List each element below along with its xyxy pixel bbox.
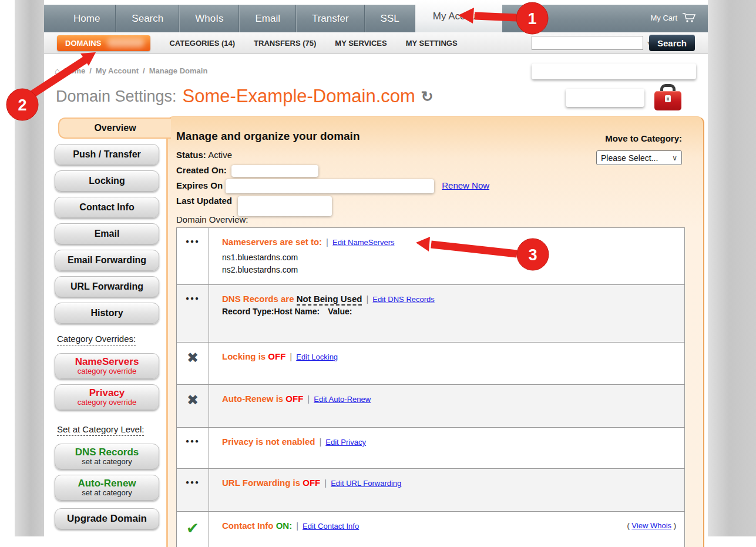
edit-dns-records-link[interactable]: Edit DNS Records	[372, 295, 434, 304]
category-select-value: Please Select...	[601, 153, 658, 163]
edit-locking-link[interactable]: Edit Locking	[296, 353, 338, 361]
refresh-icon[interactable]: ↻	[421, 88, 434, 105]
search-button[interactable]: Search	[649, 35, 695, 51]
sub-nav: DOMAINS CATEGORIES (14) TRANSFERS (75) M…	[44, 32, 708, 54]
page-title-prefix: Domain Settings:	[56, 88, 177, 106]
upgrade-domain-button[interactable]: Upgrade Domain	[55, 508, 159, 529]
domain-overview-table: ●●● Nameservers are set to:|Edit NameSer…	[176, 227, 685, 547]
nav-tab-search[interactable]: Search	[116, 5, 179, 32]
view-whois: ( View Whois )	[627, 521, 676, 530]
breadcrumb-home[interactable]: Home	[64, 66, 85, 75]
desktop-edge-left	[15, 0, 44, 536]
breadcrumb-separator: /	[89, 66, 92, 75]
overview-row-nameservers: ●●● Nameservers are set to:|Edit NameSer…	[177, 228, 684, 285]
redacted-updated-date	[238, 196, 332, 216]
x-icon: ✖	[187, 393, 199, 427]
sub-nav-items: DOMAINS CATEGORIES (14) TRANSFERS (75) M…	[57, 32, 458, 53]
subnav-domains-label: DOMAINS	[65, 39, 101, 48]
contact-info-title: Contact Info	[222, 521, 274, 531]
sidebar-item-url-forwarding[interactable]: URL Forwarding	[55, 276, 159, 297]
record-type-label: Record Type:	[222, 307, 274, 316]
subnav-item-domains[interactable]: DOMAINS	[57, 35, 150, 51]
desktop-edge-right	[708, 0, 756, 536]
sidebar: Overview Push / Transfer Locking Contact…	[55, 118, 170, 535]
edit-contact-info-link[interactable]: Edit Contact Info	[303, 522, 359, 531]
overview-row-privacy: ●●● Privacy is not enabled|Edit Privacy	[177, 428, 684, 469]
overview-row-dns-records: ●●● DNS Records are Not Being Used|Edit …	[177, 285, 684, 343]
toolbox-body	[654, 91, 681, 110]
expires-line: Expires OnRenew Now	[176, 178, 703, 193]
redacted-created-date	[231, 165, 318, 177]
set-at-category-label: Set at Category Level:	[57, 424, 144, 436]
edit-nameservers-link[interactable]: Edit NameServers	[332, 238, 394, 247]
sidebar-item-privacy-override[interactable]: Privacy category override	[55, 384, 159, 410]
subnav-item-transfers[interactable]: TRANSFERS (75)	[254, 39, 316, 48]
dots-icon: ●●●	[186, 238, 200, 284]
subnav-item-my-services[interactable]: MY SERVICES	[335, 39, 387, 48]
move-to-category-label: Move to Category:	[596, 133, 682, 143]
domain-settings-panel: Manage and organize your domain Status: …	[166, 116, 704, 547]
toolbox-pin	[667, 98, 669, 100]
sidebar-item-push-transfer[interactable]: Push / Transfer	[55, 144, 159, 165]
sidebar-item-email-forwarding[interactable]: Email Forwarding	[55, 250, 159, 271]
renew-now-link[interactable]: Renew Now	[442, 180, 489, 190]
overview-row-contact-info: ✔ Contact Info ON:|Edit Contact Info ( V…	[177, 512, 684, 547]
dns-records-title: DNS Records are	[222, 294, 294, 304]
overview-row-auto-renew: ✖ Auto-Renew is OFF|Edit Auto-Renew	[177, 385, 684, 428]
dots-icon: ●●●	[186, 479, 200, 511]
updated-label: Last Updated	[176, 196, 232, 206]
expires-label: Expires On	[176, 180, 223, 190]
url-forwarding-status: OFF	[303, 478, 320, 488]
record-labels: Record Type:Host Name:Value:	[222, 307, 684, 316]
breadcrumb-current: Manage Domain	[149, 66, 208, 75]
nav-tab-transfer[interactable]: Transfer	[296, 5, 365, 32]
nameservers-title: Nameservers are set to:	[222, 237, 322, 247]
domain-search-input[interactable]	[532, 37, 643, 49]
category-select[interactable]: Please Select... ∨	[596, 150, 682, 165]
dns-records-status: Not Being Used	[297, 294, 362, 306]
category-overrides-label: Category Overrides:	[57, 334, 136, 345]
my-cart-button[interactable]: My Cart	[651, 12, 697, 23]
redacted-box-title	[566, 89, 644, 107]
nav-tab-whois[interactable]: WhoIs	[179, 5, 239, 32]
sidebar-item-overview[interactable]: Overview	[58, 118, 171, 139]
privacy-title: Privacy is not enabled	[222, 437, 315, 447]
nav-tab-my-account[interactable]: My Account	[415, 0, 502, 32]
nameserver-2: ns2.bluestardns.com	[222, 264, 684, 276]
sidebar-item-contact-info[interactable]: Contact Info	[55, 197, 159, 218]
sidebar-item-dns-records-category[interactable]: DNS Records set at category	[55, 444, 159, 469]
sidebar-item-auto-renew-category[interactable]: Auto-Renew set at category	[55, 475, 159, 501]
toolbox-icon[interactable]	[654, 84, 682, 110]
edit-url-forwarding-link[interactable]: Edit URL Forwarding	[331, 479, 401, 488]
host-name-label: Host Name:	[274, 307, 320, 316]
sidebar-item-nameservers-override[interactable]: NameServers category override	[55, 353, 159, 379]
breadcrumb: ⌂ Home / My Account / Manage Domain	[55, 66, 207, 76]
updated-line: Last Updated	[176, 193, 703, 209]
subnav-item-my-settings[interactable]: MY SETTINGS	[406, 39, 458, 48]
dots-icon: ●●●	[186, 438, 200, 468]
page-title: Domain Settings: Some-Example-Domain.com…	[56, 86, 434, 107]
nav-tab-home[interactable]: Home	[58, 5, 116, 32]
breadcrumb-my-account[interactable]: My Account	[96, 66, 139, 75]
edit-auto-renew-link[interactable]: Edit Auto-Renew	[314, 395, 371, 404]
edit-privacy-link[interactable]: Edit Privacy	[325, 438, 366, 447]
redacted-box-top	[532, 63, 696, 79]
domain-search-combobox[interactable]: ▾	[532, 36, 643, 50]
overview-row-locking: ✖ Locking is OFF|Edit Locking	[177, 343, 684, 385]
locking-status: OFF	[268, 351, 285, 361]
nameserver-1: ns1.bluestardns.com	[222, 252, 684, 263]
nav-tab-email[interactable]: Email	[239, 5, 296, 32]
sidebar-item-history[interactable]: History	[55, 303, 159, 324]
subnav-item-categories[interactable]: CATEGORIES (14)	[169, 39, 235, 48]
sidebar-item-locking[interactable]: Locking	[55, 170, 159, 192]
dots-icon: ●●●	[186, 295, 200, 342]
status-value: Active	[208, 150, 232, 160]
nav-tab-ssl[interactable]: SSL	[365, 5, 415, 32]
sidebar-item-email[interactable]: Email	[55, 223, 159, 244]
redacted-domain-count	[107, 38, 145, 48]
x-icon: ✖	[187, 351, 199, 384]
move-to-category: Move to Category: Please Select... ∨	[596, 133, 682, 165]
auto-renew-status: OFF	[285, 394, 303, 404]
view-whois-link[interactable]: View Whois	[631, 521, 671, 530]
value-label: Value:	[328, 307, 352, 316]
